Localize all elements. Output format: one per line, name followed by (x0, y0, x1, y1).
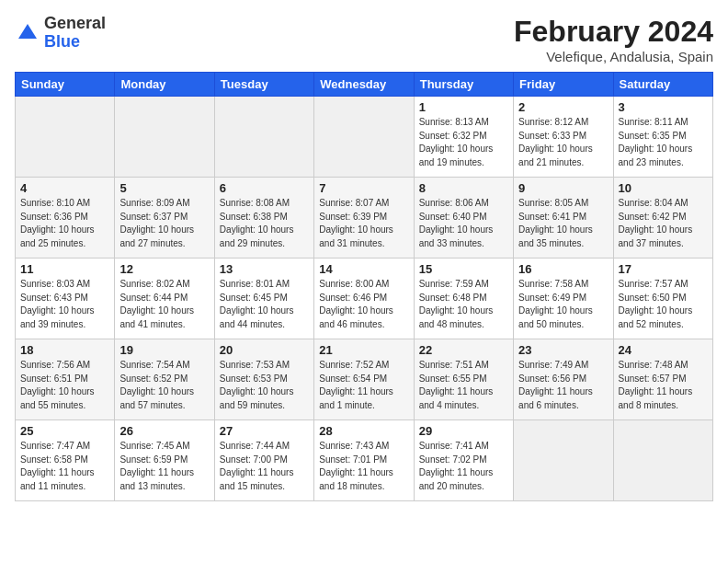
day-info: Sunrise: 7:49 AM Sunset: 6:56 PM Dayligh… (518, 359, 608, 412)
logo-blue-text: Blue (44, 32, 80, 51)
month-year-title: February 2024 (514, 15, 713, 49)
day-cell: 1Sunrise: 8:13 AM Sunset: 6:32 PM Daylig… (414, 97, 513, 178)
svg-marker-0 (18, 24, 37, 39)
day-info: Sunrise: 8:08 AM Sunset: 6:38 PM Dayligh… (220, 197, 309, 250)
day-info: Sunrise: 7:48 AM Sunset: 6:57 PM Dayligh… (619, 359, 708, 412)
day-number: 25 (20, 424, 109, 438)
day-info: Sunrise: 7:41 AM Sunset: 7:02 PM Dayligh… (419, 440, 508, 493)
day-info: Sunrise: 8:03 AM Sunset: 6:43 PM Dayligh… (20, 278, 109, 331)
day-cell: 23Sunrise: 7:49 AM Sunset: 6:56 PM Dayli… (514, 339, 613, 420)
day-cell: 22Sunrise: 7:51 AM Sunset: 6:55 PM Dayli… (414, 339, 513, 420)
header-row: SundayMondayTuesdayWednesdayThursdayFrid… (16, 73, 713, 97)
week-row-3: 11Sunrise: 8:03 AM Sunset: 6:43 PM Dayli… (16, 259, 713, 339)
day-info: Sunrise: 8:13 AM Sunset: 6:32 PM Dayligh… (419, 116, 508, 169)
week-row-1: 1Sunrise: 8:13 AM Sunset: 6:32 PM Daylig… (16, 97, 713, 178)
day-info: Sunrise: 7:58 AM Sunset: 6:49 PM Dayligh… (518, 278, 608, 331)
page-header: General Blue February 2024 Velefique, An… (15, 15, 713, 64)
logo-text: General Blue (44, 15, 106, 52)
day-cell: 12Sunrise: 8:02 AM Sunset: 6:44 PM Dayli… (115, 259, 214, 339)
title-section: February 2024 Velefique, Andalusia, Spai… (514, 15, 713, 64)
day-number: 21 (319, 343, 408, 357)
day-number: 24 (619, 343, 708, 357)
day-info: Sunrise: 7:56 AM Sunset: 6:51 PM Dayligh… (20, 359, 109, 412)
day-number: 9 (518, 181, 608, 195)
day-cell: 16Sunrise: 7:58 AM Sunset: 6:49 PM Dayli… (514, 259, 613, 339)
week-row-2: 4Sunrise: 8:10 AM Sunset: 6:36 PM Daylig… (16, 178, 713, 259)
day-number: 17 (619, 262, 708, 276)
logo: General Blue (15, 15, 106, 52)
day-info: Sunrise: 8:12 AM Sunset: 6:33 PM Dayligh… (518, 116, 608, 169)
day-cell: 3Sunrise: 8:11 AM Sunset: 6:35 PM Daylig… (613, 97, 712, 178)
day-info: Sunrise: 8:01 AM Sunset: 6:45 PM Dayligh… (220, 278, 309, 331)
day-info: Sunrise: 7:53 AM Sunset: 6:53 PM Dayligh… (220, 359, 309, 412)
day-info: Sunrise: 8:05 AM Sunset: 6:41 PM Dayligh… (518, 197, 608, 250)
location-subtitle: Velefique, Andalusia, Spain (514, 49, 713, 64)
day-info: Sunrise: 8:11 AM Sunset: 6:35 PM Dayligh… (619, 116, 708, 169)
day-cell: 29Sunrise: 7:41 AM Sunset: 7:02 PM Dayli… (414, 420, 513, 501)
col-header-wednesday: Wednesday (314, 73, 414, 97)
day-cell: 27Sunrise: 7:44 AM Sunset: 7:00 PM Dayli… (214, 420, 313, 501)
day-info: Sunrise: 8:04 AM Sunset: 6:42 PM Dayligh… (619, 197, 708, 250)
day-number: 6 (220, 181, 309, 195)
day-cell (115, 97, 214, 178)
day-info: Sunrise: 7:54 AM Sunset: 6:52 PM Dayligh… (119, 359, 209, 412)
day-cell: 14Sunrise: 8:00 AM Sunset: 6:46 PM Dayli… (314, 259, 414, 339)
day-number: 10 (619, 181, 708, 195)
day-cell (214, 97, 313, 178)
day-cell: 5Sunrise: 8:09 AM Sunset: 6:37 PM Daylig… (115, 178, 214, 259)
day-info: Sunrise: 7:51 AM Sunset: 6:55 PM Dayligh… (419, 359, 508, 412)
day-cell: 28Sunrise: 7:43 AM Sunset: 7:01 PM Dayli… (314, 420, 414, 501)
day-number: 11 (20, 262, 109, 276)
col-header-friday: Friday (514, 73, 613, 97)
day-cell (514, 420, 613, 501)
day-number: 14 (319, 262, 408, 276)
day-cell: 21Sunrise: 7:52 AM Sunset: 6:54 PM Dayli… (314, 339, 414, 420)
day-cell: 10Sunrise: 8:04 AM Sunset: 6:42 PM Dayli… (613, 178, 712, 259)
logo-icon (15, 20, 40, 46)
day-number: 7 (319, 181, 408, 195)
day-cell: 9Sunrise: 8:05 AM Sunset: 6:41 PM Daylig… (514, 178, 613, 259)
day-cell (16, 97, 115, 178)
col-header-sunday: Sunday (16, 73, 115, 97)
day-info: Sunrise: 8:10 AM Sunset: 6:36 PM Dayligh… (20, 197, 109, 250)
col-header-monday: Monday (115, 73, 214, 97)
day-number: 8 (419, 181, 508, 195)
day-number: 15 (419, 262, 508, 276)
day-cell: 7Sunrise: 8:07 AM Sunset: 6:39 PM Daylig… (314, 178, 414, 259)
day-number: 16 (518, 262, 608, 276)
day-cell: 11Sunrise: 8:03 AM Sunset: 6:43 PM Dayli… (16, 259, 115, 339)
day-cell: 2Sunrise: 8:12 AM Sunset: 6:33 PM Daylig… (514, 97, 613, 178)
day-number: 20 (220, 343, 309, 357)
day-info: Sunrise: 7:59 AM Sunset: 6:48 PM Dayligh… (419, 278, 508, 331)
week-row-4: 18Sunrise: 7:56 AM Sunset: 6:51 PM Dayli… (16, 339, 713, 420)
day-info: Sunrise: 8:06 AM Sunset: 6:40 PM Dayligh… (419, 197, 508, 250)
day-number: 3 (619, 100, 708, 114)
col-header-thursday: Thursday (414, 73, 513, 97)
col-header-tuesday: Tuesday (214, 73, 313, 97)
day-info: Sunrise: 7:44 AM Sunset: 7:00 PM Dayligh… (220, 440, 309, 493)
day-info: Sunrise: 7:45 AM Sunset: 6:59 PM Dayligh… (119, 440, 209, 493)
day-cell (314, 97, 414, 178)
day-number: 12 (119, 262, 209, 276)
logo-general-text: General (44, 14, 106, 32)
day-number: 27 (220, 424, 309, 438)
day-info: Sunrise: 8:02 AM Sunset: 6:44 PM Dayligh… (119, 278, 209, 331)
day-cell: 20Sunrise: 7:53 AM Sunset: 6:53 PM Dayli… (214, 339, 313, 420)
day-number: 29 (419, 424, 508, 438)
col-header-saturday: Saturday (613, 73, 712, 97)
day-cell: 26Sunrise: 7:45 AM Sunset: 6:59 PM Dayli… (115, 420, 214, 501)
day-number: 13 (220, 262, 309, 276)
day-cell: 4Sunrise: 8:10 AM Sunset: 6:36 PM Daylig… (16, 178, 115, 259)
day-cell: 6Sunrise: 8:08 AM Sunset: 6:38 PM Daylig… (214, 178, 313, 259)
day-number: 18 (20, 343, 109, 357)
day-info: Sunrise: 7:47 AM Sunset: 6:58 PM Dayligh… (20, 440, 109, 493)
day-cell: 15Sunrise: 7:59 AM Sunset: 6:48 PM Dayli… (414, 259, 513, 339)
day-info: Sunrise: 7:52 AM Sunset: 6:54 PM Dayligh… (319, 359, 408, 412)
day-info: Sunrise: 7:57 AM Sunset: 6:50 PM Dayligh… (619, 278, 708, 331)
day-cell: 19Sunrise: 7:54 AM Sunset: 6:52 PM Dayli… (115, 339, 214, 420)
day-number: 26 (119, 424, 209, 438)
day-number: 22 (419, 343, 508, 357)
week-row-5: 25Sunrise: 7:47 AM Sunset: 6:58 PM Dayli… (16, 420, 713, 501)
day-number: 2 (518, 100, 608, 114)
day-info: Sunrise: 8:07 AM Sunset: 6:39 PM Dayligh… (319, 197, 408, 250)
